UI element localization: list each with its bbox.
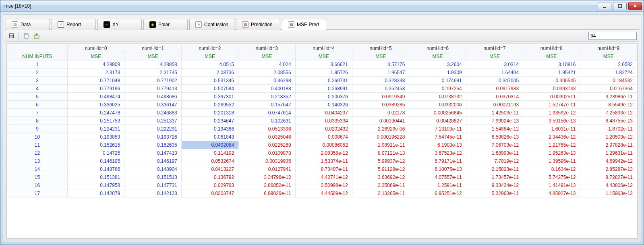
cell[interactable]: 4.43806e-12 [580, 181, 637, 189]
tab-prediction[interactable]: ▦Prediction [236, 19, 280, 30]
cell[interactable]: 1.21765e-12 [523, 141, 580, 149]
row-header[interactable]: 5 [7, 93, 68, 101]
cell[interactable]: 3.23986e-11 [580, 93, 637, 101]
titlebar[interactable]: mse [18×10] [0, 0, 644, 12]
cell[interactable]: 0.151381 [68, 173, 124, 181]
cell[interactable]: 0.147958 [68, 181, 124, 189]
cell[interactable]: 1.2591e-11 [409, 181, 466, 189]
cell[interactable]: 1.64404 [466, 69, 523, 77]
cell[interactable]: 8.48755e-13 [580, 117, 637, 125]
toolbar-input[interactable] [588, 32, 637, 40]
col-header[interactable]: numHid=9 [580, 44, 637, 52]
tab-data[interactable]: ▤Data [6, 19, 50, 30]
cell[interactable]: 1.93592e-12 [523, 109, 580, 117]
cell[interactable]: 7.13103e-11 [409, 125, 466, 133]
cell[interactable]: 0.142079 [68, 189, 124, 197]
cell[interactable]: 4.0515 [181, 60, 238, 69]
cell[interactable]: 0.142123 [124, 189, 181, 197]
cell[interactable]: 0.251337 [124, 117, 181, 125]
cell[interactable]: 5.99937e-12 [352, 157, 409, 165]
cell[interactable]: 1.54884e-12 [466, 125, 523, 133]
row-header[interactable]: 8 [7, 117, 68, 125]
cell[interactable]: 0.140326 [295, 101, 352, 109]
cell[interactable]: 9.59156e-13 [523, 117, 580, 125]
close-button[interactable] [628, 2, 642, 10]
cell[interactable]: 7.54745e-11 [409, 133, 466, 141]
cell[interactable]: 0.218352 [238, 93, 295, 101]
cell[interactable]: 3.66621 [295, 60, 352, 69]
cell[interactable]: 3.10816 [523, 60, 580, 69]
cell[interactable]: 4.28908 [68, 60, 124, 69]
cell[interactable]: 0.0404237 [295, 109, 352, 117]
cell[interactable]: 0.197254 [409, 85, 466, 93]
cell[interactable]: 0.193726 [124, 133, 181, 141]
cell[interactable]: 0.0389285 [352, 101, 409, 109]
tab-xy[interactable]: ∿XY [97, 19, 142, 30]
cell[interactable]: 0.00021193 [466, 101, 523, 109]
cell[interactable]: 4.44509e-12 [295, 189, 352, 197]
cell[interactable]: 0.184532 [580, 77, 637, 85]
col-header[interactable]: numHid=3 [238, 44, 295, 52]
cell[interactable]: 1.98911e-11 [352, 141, 409, 149]
cell[interactable]: 2.34436e-12 [523, 133, 580, 141]
cell[interactable]: 1.6031e-11 [523, 125, 580, 133]
cell[interactable]: 0.400188 [238, 85, 295, 93]
row-header[interactable]: 4 [7, 85, 68, 93]
cell[interactable]: 1.39595e-11 [523, 157, 580, 165]
cell[interactable]: 6.1903e-13 [409, 141, 466, 149]
cell[interactable]: 7.7019e-12 [466, 157, 523, 165]
row-header[interactable]: 14 [7, 165, 68, 173]
cell[interactable]: 0.114192 [181, 149, 238, 157]
cell[interactable]: 3.34796e-12 [238, 173, 295, 181]
cell[interactable]: 0.148786 [68, 165, 124, 173]
cell[interactable]: 0.0127941 [238, 165, 295, 173]
cell[interactable]: 1.53374e-11 [295, 157, 352, 165]
cell[interactable]: 1.95726 [295, 69, 352, 77]
cell[interactable]: 2.31745 [124, 69, 181, 77]
cell[interactable]: 2.08556 [238, 69, 295, 77]
cell[interactable]: 0.222291 [124, 125, 181, 133]
cell[interactable]: 0.157647 [238, 101, 295, 109]
cell[interactable]: 6.95251e-12 [409, 189, 466, 197]
cell[interactable]: 0.0413227 [181, 165, 238, 173]
cell[interactable]: 0.507594 [181, 85, 238, 93]
cell[interactable]: 0.336147 [124, 101, 181, 109]
col-header[interactable]: numHid=2 [181, 44, 238, 52]
cell[interactable]: 0.152615 [68, 141, 124, 149]
export-button[interactable] [33, 32, 41, 40]
cell[interactable]: 1.68993e-11 [466, 149, 523, 157]
cell[interactable]: 0.102631 [238, 117, 295, 125]
copy-button[interactable] [22, 32, 30, 40]
cell[interactable]: 0.779196 [68, 85, 124, 93]
cell[interactable]: 0.000196228 [352, 133, 409, 141]
cell[interactable]: 4.07557e-11 [409, 173, 466, 181]
minimize-button[interactable] [598, 2, 611, 10]
cell[interactable]: 0.000256845 [409, 109, 466, 117]
cell[interactable]: 0.206376 [295, 93, 352, 101]
tab-mse-pred[interactable]: ▦MSE Pred [282, 19, 326, 30]
cell[interactable]: 0.306545 [523, 77, 580, 85]
cell[interactable]: 7.99024e-13 [466, 117, 523, 125]
cell[interactable]: 1.95421 [523, 69, 580, 77]
cell[interactable]: 0.174681 [409, 77, 466, 85]
col-header[interactable]: numHid=0 [68, 44, 124, 52]
row-header[interactable]: 1 [7, 60, 68, 69]
row-header[interactable]: 9 [7, 125, 68, 133]
cell[interactable]: 0.151513 [124, 173, 181, 181]
cell[interactable]: 1.52747e-11 [523, 101, 580, 109]
cell[interactable]: 1.73457e-11 [466, 173, 523, 181]
cell[interactable]: 1.96547 [352, 69, 409, 77]
cell[interactable]: 0.252458 [352, 85, 409, 93]
cell[interactable]: 9.33434e-12 [466, 181, 523, 189]
cell[interactable]: 7.25833e-12 [580, 109, 637, 117]
cell[interactable]: 0.0202432 [295, 125, 352, 133]
cell[interactable]: 0.260731 [295, 77, 352, 85]
cell[interactable]: 0.00086052 [295, 141, 352, 149]
cell[interactable]: 0.0513396 [238, 125, 295, 133]
cell[interactable]: 2.3173 [68, 69, 124, 77]
cell[interactable]: 0.02178 [352, 109, 409, 117]
row-header[interactable]: 11 [7, 141, 68, 149]
cell[interactable]: 0.0532674 [181, 157, 238, 165]
row-header[interactable]: 6 [7, 101, 68, 109]
cell[interactable]: 0.147731 [124, 181, 181, 189]
